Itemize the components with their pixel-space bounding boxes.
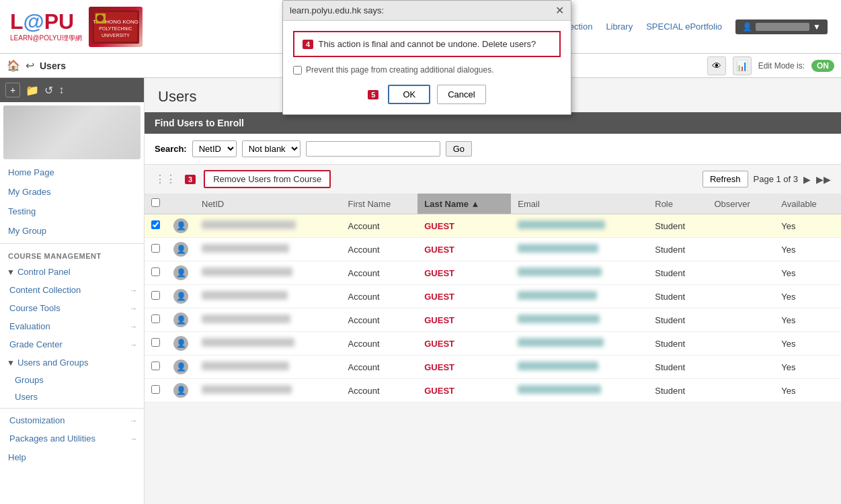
dialog-titlebar: learn.polyu.edu.hk says: ✕ — [283, 1, 571, 21]
step4-badge: 4 — [303, 40, 313, 49]
dialog-close-button[interactable]: ✕ — [555, 4, 564, 17]
dialog-title: learn.polyu.edu.hk says: — [290, 5, 384, 15]
dialog-message-box: 4 This action is final and cannot be und… — [293, 31, 561, 57]
dialog-cancel-button[interactable]: Cancel — [437, 85, 485, 104]
dialog-box: learn.polyu.edu.hk says: ✕ 4 This action… — [282, 0, 571, 115]
dialog-overlay: learn.polyu.edu.hk says: ✕ 4 This action… — [0, 0, 841, 504]
dialog-ok-button[interactable]: OK — [388, 85, 430, 104]
dialog-prevent-row: Prevent this page from creating addition… — [293, 65, 561, 75]
step5-badge: 5 — [368, 90, 378, 99]
dialog-content: 4 This action is final and cannot be und… — [283, 21, 571, 114]
dialog-message: This action is final and cannot be undon… — [319, 39, 536, 49]
prevent-dialogues-checkbox[interactable] — [293, 66, 302, 75]
dialog-buttons: 5 OK Cancel — [293, 85, 561, 104]
prevent-dialogues-label: Prevent this page from creating addition… — [306, 65, 494, 75]
